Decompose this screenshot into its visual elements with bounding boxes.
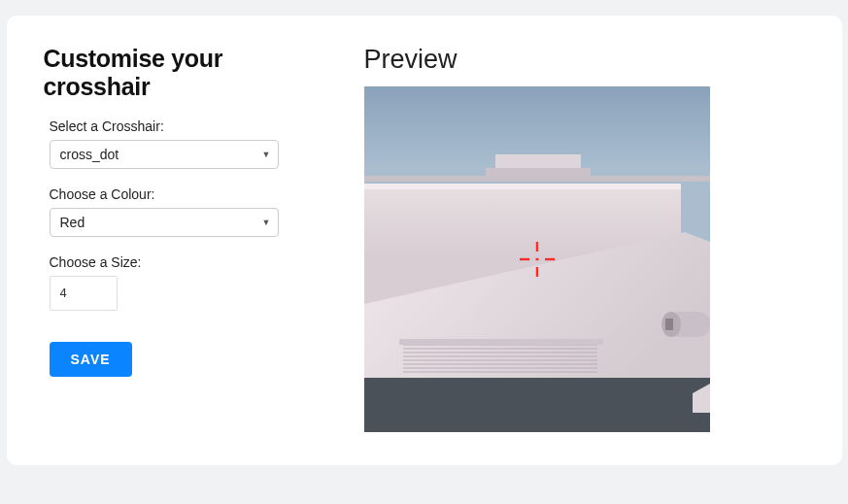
svg-rect-3 [486, 168, 591, 176]
svg-rect-5 [364, 184, 681, 189]
crosshair-select[interactable]: cross_dot ▼ [50, 140, 279, 169]
colour-field: Choose a Colour: Red ▼ [44, 186, 325, 237]
colour-label: Choose a Colour: [50, 186, 325, 202]
crosshair-label: Select a Crosshair: [50, 118, 325, 134]
form-heading: Customise your crosshair [44, 45, 325, 101]
svg-rect-19 [665, 319, 673, 330]
svg-rect-20 [364, 378, 710, 432]
preview-heading: Preview [364, 45, 805, 75]
crosshair-select-value: cross_dot [60, 147, 119, 162]
colour-select[interactable]: Red ▼ [50, 208, 279, 237]
form-panel: Customise your crosshair Select a Crossh… [44, 45, 325, 432]
preview-panel: Preview [364, 45, 805, 432]
crosshair-field: Select a Crosshair: cross_dot ▼ [44, 118, 325, 169]
preview-stage [364, 86, 710, 432]
size-input[interactable] [50, 276, 118, 311]
svg-rect-1 [364, 176, 710, 182]
settings-card: Customise your crosshair Select a Crossh… [7, 16, 842, 465]
save-button[interactable]: SAVE [50, 342, 132, 377]
size-field: Choose a Size: [44, 254, 325, 311]
preview-scene [364, 86, 710, 432]
colour-select-value: Red [60, 215, 85, 230]
size-label: Choose a Size: [50, 254, 325, 270]
svg-rect-16 [399, 339, 603, 345]
